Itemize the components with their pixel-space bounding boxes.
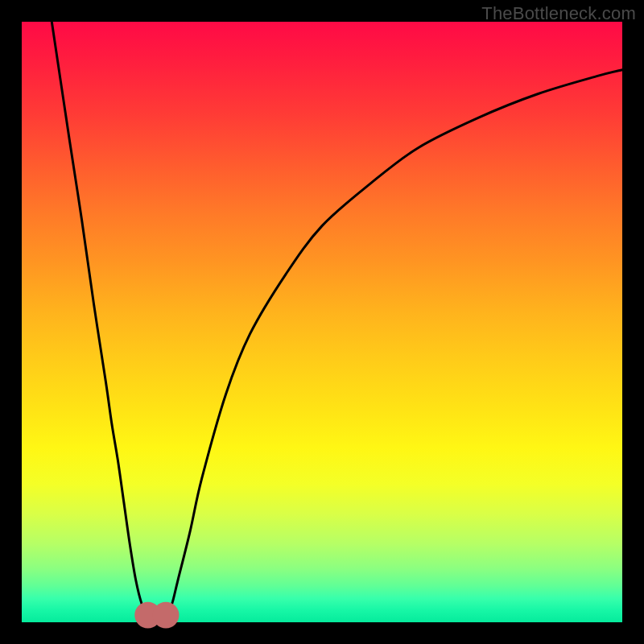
bottleneck-curve xyxy=(52,22,622,620)
marker-min-right xyxy=(153,602,180,629)
chart-frame: TheBottleneck.com xyxy=(0,0,644,644)
watermark: TheBottleneck.com xyxy=(481,3,636,24)
plot-area xyxy=(22,22,622,622)
min-markers xyxy=(134,602,179,629)
curve-layer xyxy=(22,22,622,622)
